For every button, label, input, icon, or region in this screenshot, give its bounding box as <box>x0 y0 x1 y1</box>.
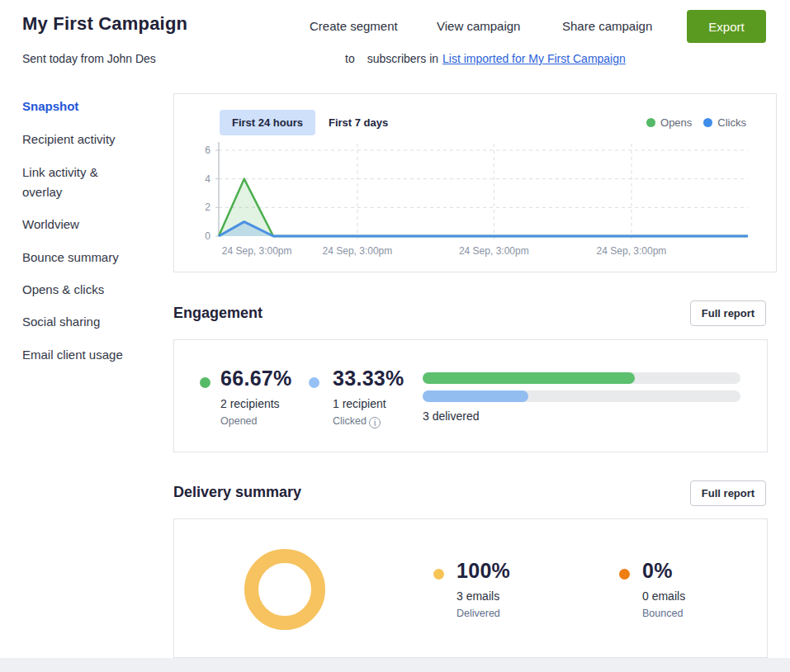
engagement-card: 66.67% 2 recipients Opened 33.33% 1 reci… <box>173 339 768 452</box>
delivered-percent: 100% <box>456 559 510 583</box>
clicked-bar-track <box>423 390 740 402</box>
legend-item-clicks[interactable]: Clicks <box>703 116 746 129</box>
to-text: to <box>345 52 355 65</box>
svg-text:24 Sep, 3:00pm: 24 Sep, 3:00pm <box>459 245 529 257</box>
delivered-count: 3 emails <box>456 589 499 603</box>
share-campaign-link[interactable]: Share campaign <box>562 19 652 33</box>
delivered-label: Delivered <box>456 608 500 619</box>
sidebar-item-worldview[interactable]: Worldview <box>22 215 79 234</box>
opened-label: Opened <box>220 415 257 427</box>
export-button[interactable]: Export <box>687 10 766 43</box>
sidebar-item-email-client-usage[interactable]: Email client usage <box>22 345 123 365</box>
subscribers-text: subscribers in <box>367 52 438 65</box>
clicked-count: 1 recipient <box>333 397 386 410</box>
bounced-percent: 0% <box>642 559 673 583</box>
view-campaign-link[interactable]: View campaign <box>437 19 520 33</box>
sent-from-text: Sent today from John Des <box>22 52 156 65</box>
clicks-legend-dot-icon <box>703 118 712 127</box>
svg-text:24 Sep, 3:00pm: 24 Sep, 3:00pm <box>597 245 667 257</box>
sidebar-item-snapshot[interactable]: Snapshot <box>22 97 78 116</box>
engagement-heading: Engagement <box>173 305 263 322</box>
opens-legend-dot-icon <box>646 118 655 127</box>
svg-text:0: 0 <box>205 230 211 242</box>
svg-text:24 Sep, 3:00pm: 24 Sep, 3:00pm <box>323 245 393 257</box>
opened-bar-fill <box>423 372 635 384</box>
legend-opens-label: Opens <box>660 116 692 129</box>
legend-item-opens[interactable]: Opens <box>646 116 692 129</box>
svg-text:24 Sep, 3:00pm: 24 Sep, 3:00pm <box>222 245 292 257</box>
legend-clicks-label: Clicks <box>717 116 746 129</box>
delivery-summary-card: 100% 3 emails Delivered 0% 0 emails Boun… <box>173 518 768 658</box>
clicked-percent: 33.33% <box>333 367 404 390</box>
opened-count: 2 recipients <box>220 397 280 410</box>
sidebar-item-recipient-activity[interactable]: Recipient activity <box>22 130 116 149</box>
sidebar-item-opens-clicks[interactable]: Opens & clicks <box>22 280 104 300</box>
opened-bar-track <box>423 372 740 384</box>
tab-first-7-days[interactable]: First 7 days <box>316 110 400 135</box>
engagement-full-report-button[interactable]: Full report <box>690 301 766 326</box>
create-segment-link[interactable]: Create segment <box>310 19 398 33</box>
delivered-stat-dot-icon <box>433 569 444 580</box>
sent-to-row: tosubscribers inList imported for My Fir… <box>345 52 626 65</box>
clicked-stat-dot-icon <box>309 377 319 388</box>
chart-legend: Opens Clicks <box>646 116 746 129</box>
opened-stat-dot-icon <box>200 377 211 388</box>
bounced-label: Bounced <box>642 608 683 619</box>
sidebar-item-link-activity[interactable]: Link activity & overlay <box>22 163 123 202</box>
page-title: My First Campaign <box>22 13 187 35</box>
svg-text:6: 6 <box>205 144 211 156</box>
svg-text:4: 4 <box>205 173 211 185</box>
delivery-full-report-button[interactable]: Full report <box>690 480 766 506</box>
imported-list-link[interactable]: List imported for My First Campaign <box>442 52 626 65</box>
sidebar-item-social-sharing[interactable]: Social sharing <box>22 312 100 332</box>
clicked-info-icon[interactable]: i <box>369 417 381 428</box>
page-bottom-strip <box>0 658 790 672</box>
opened-percent: 66.67% <box>220 367 292 390</box>
bounced-stat-dot-icon <box>619 569 630 580</box>
svg-text:2: 2 <box>205 201 211 213</box>
snapshot-chart-card: 024624 Sep, 3:00pm24 Sep, 3:00pm24 Sep, … <box>173 93 777 272</box>
bounced-count: 0 emails <box>642 589 685 603</box>
delivery-summary-heading: Delivery summary <box>173 484 301 501</box>
delivered-count-text: 3 delivered <box>423 409 480 423</box>
delivered-donut-chart <box>244 549 325 630</box>
clicked-label: Clickedi <box>333 415 381 428</box>
tab-first-24-hours[interactable]: First 24 hours <box>220 110 315 135</box>
sidebar-item-bounce-summary[interactable]: Bounce summary <box>22 248 119 267</box>
clicked-bar-fill <box>423 390 528 402</box>
